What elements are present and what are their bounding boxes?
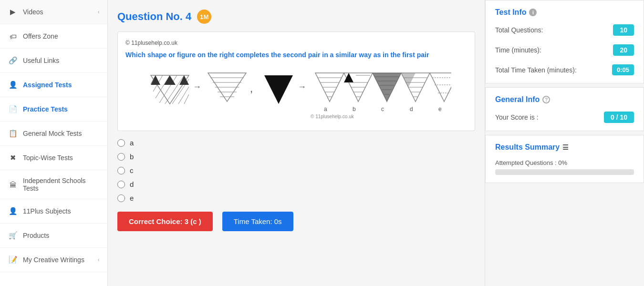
option-b[interactable]: b [117,153,475,161]
progress-bar-container [495,169,634,175]
your-score-label: Your Score is : [495,113,539,121]
radio-d[interactable] [117,181,125,188]
total-questions-label: Total Questions: [495,26,543,34]
radio-a[interactable] [117,139,125,147]
sidebar-item-11plus-subjects[interactable]: 👤 11Plus Subjects [0,199,107,224]
correct-choice-button[interactable]: Correct Choice: 3 (c ) [117,212,213,231]
your-score-value: 0 / 10 [604,112,634,123]
svg-marker-30 [344,73,353,82]
time-minutes-row: Time (minutes): 20 [495,44,634,56]
sidebar: ▶ Videos ‹ 🏷 Offers Zone 🔗 Useful Links … [0,0,108,286]
option-e[interactable]: e [117,194,475,202]
option-a-label: a [130,139,134,147]
sidebar-item-label: Videos [23,8,43,16]
your-score-row: Your Score is : 0 / 10 [495,112,634,123]
attempted-questions-label: Attempted Questions : 0% [495,159,634,166]
question-text: Which shape or figure on the right compl… [125,50,467,60]
schools-icon: 🏛 [8,179,18,190]
time-taken-button[interactable]: Time Taken: 0s [222,212,293,231]
results-summary-title: Results Summary ☰ [495,143,634,152]
general-info-title: General Info ? [495,95,634,104]
question-title: Question No. 4 [117,10,191,23]
sidebar-item-videos[interactable]: ▶ Videos ‹ [0,0,107,24]
svg-text:→: → [298,82,306,92]
mock-icon: 📋 [8,128,18,139]
options-list: a b c d e [117,139,475,202]
right-panel: Test Info i Total Questions: 10 Time (mi… [485,0,644,286]
sidebar-item-creative-writings[interactable]: 📝 My Creative Writings ‹ [0,248,107,272]
products-icon: 🛒 [8,230,18,241]
sidebar-item-useful-links[interactable]: 🔗 Useful Links [0,49,107,73]
bottom-bar: Correct Choice: 3 (c ) Time Taken: 0s [117,212,475,231]
sidebar-item-label: My Creative Writings [23,256,84,264]
svg-text:a: a [324,106,327,112]
svg-text:c: c [381,106,384,112]
svg-marker-53 [430,73,451,102]
practice-icon: 📄 [8,104,18,114]
sidebar-item-topic-wise-tests[interactable]: ✖ Topic-Wise Tests [0,146,107,170]
sidebar-item-label: General Mock Tests [23,130,82,137]
general-info-section: General Info ? Your Score is : 0 / 10 [485,87,644,131]
sidebar-item-label: 11Plus Subjects [23,207,71,215]
radio-b[interactable] [117,153,125,161]
sidebar-item-offers-zone[interactable]: 🏷 Offers Zone [0,24,107,49]
svg-text:e: e [438,106,442,112]
chevron-icon: ‹ [98,256,100,263]
svg-marker-20 [264,75,293,104]
info-icon: i [529,9,537,16]
links-icon: 🔗 [8,55,18,66]
results-summary-section: Results Summary ☰ Attempted Questions : … [485,135,644,183]
sidebar-item-label: Topic-Wise Tests [23,154,73,162]
option-d[interactable]: d [117,180,475,188]
sidebar-item-practice-tests[interactable]: 📄 Practice Tests [0,97,107,122]
question-icon: ? [542,96,550,103]
svg-text:,: , [250,82,253,94]
writings-icon: 📝 [8,255,18,265]
radio-e[interactable] [117,194,125,202]
sidebar-item-label: Useful Links [23,57,59,64]
svg-text:→: → [193,82,201,92]
copyright-text: © 11plusehelp.co.uk [125,40,467,46]
topic-icon: ✖ [8,153,18,163]
time-minutes-value: 20 [613,44,634,56]
sidebar-item-independent-schools[interactable]: 🏛 Independent SchoolsTests [0,170,107,199]
total-questions-row: Total Questions: 10 [495,24,634,36]
question-header: Question No. 4 1M [117,10,475,24]
svg-line-8 [184,94,189,104]
total-time-taken-label: Total Time Taken (minutes): [495,66,577,74]
option-d-label: d [130,180,134,188]
subjects-icon: 👤 [8,206,18,216]
sidebar-item-products[interactable]: 🛒 Products [0,224,107,248]
question-box: © 11plusehelp.co.uk Which shape or figur… [117,31,475,131]
svg-marker-9 [151,75,160,85]
sidebar-item-label: Practice Tests [23,105,68,113]
total-questions-value: 10 [613,24,634,36]
videos-icon: ▶ [8,7,18,17]
svg-marker-43 [373,73,401,102]
svg-text:b: b [353,106,356,112]
svg-marker-51 [401,73,415,87]
radio-c[interactable] [117,167,125,174]
option-c-label: c [130,166,134,174]
sidebar-item-label: Assigned Tests [23,81,72,89]
option-b-label: b [130,153,134,161]
sidebar-item-label: Products [23,232,49,239]
mark-badge: 1M [197,10,211,24]
chevron-icon: ‹ [98,9,100,15]
total-time-taken-row: Total Time Taken (minutes): 0:05 [495,64,634,75]
total-time-taken-value: 0:05 [612,64,634,75]
option-e-label: e [130,194,134,202]
sidebar-item-label: Offers Zone [23,32,58,40]
test-info-section: Test Info i Total Questions: 10 Time (mi… [485,0,644,83]
svg-text:© 11plusehelp.co.uk: © 11plusehelp.co.uk [311,114,354,119]
svg-line-3 [156,75,170,98]
time-minutes-label: Time (minutes): [495,46,541,54]
main-content: Question No. 4 1M © 11plusehelp.co.uk Wh… [108,0,485,286]
sidebar-item-assigned-tests[interactable]: 👤 Assigned Tests [0,73,107,97]
assigned-icon: 👤 [8,80,18,90]
svg-text:d: d [410,106,413,112]
option-a[interactable]: a [117,139,475,147]
offers-icon: 🏷 [8,31,18,41]
sidebar-item-general-mock-tests[interactable]: 📋 General Mock Tests [0,122,107,146]
option-c[interactable]: c [117,166,475,174]
